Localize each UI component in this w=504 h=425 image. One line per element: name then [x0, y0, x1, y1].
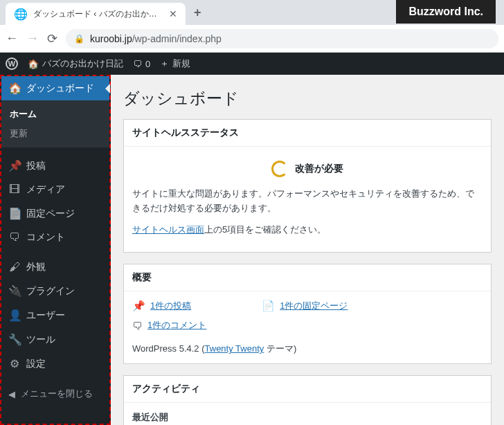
plugin-icon: 🔌 — [8, 284, 21, 298]
forward-button[interactable]: → — [26, 31, 39, 46]
site-name-menu[interactable]: 🏠 バズのお出かけ日記 — [28, 57, 123, 70]
status-spinner-icon — [271, 161, 288, 177]
panel-header: 概要 — [124, 264, 491, 291]
comment-icon: 🗨 — [132, 320, 143, 332]
new-label: 新規 — [172, 57, 190, 70]
health-check-line: サイトヘルス画面上の5項目をご確認ください。 — [132, 223, 483, 237]
wp-admin-bar: W 🏠 バズのお出かけ日記 🗨 0 ＋ 新規 — [0, 53, 504, 75]
sidebar-item-posts[interactable]: 📌 投稿 — [1, 154, 109, 178]
sidebar-item-label: 外観 — [26, 261, 46, 273]
summary-posts[interactable]: 📌 1件の投稿 — [132, 300, 191, 312]
back-button[interactable]: ← — [6, 31, 18, 46]
activity-section-title: 最近公開 — [132, 411, 483, 424]
panel-header: アクティビティ — [124, 376, 491, 403]
panel-site-health: サイトヘルスステータス 改善が必要 サイトに重大な問題があります。パフォーマンス… — [123, 119, 492, 253]
lock-icon: 🔒 — [74, 34, 84, 44]
sidebar-item-tools[interactable]: 🔧 ツール — [1, 327, 109, 352]
sidebar-item-comments[interactable]: 🗨 コメント — [1, 226, 109, 249]
admin-sidebar: 🏠 ダッシュボード ホーム 更新 📌 投稿 🎞 メディア 📄 固定ページ 🗨 コ… — [0, 75, 111, 425]
collapse-icon: ◀ — [8, 389, 15, 399]
sidebar-item-label: 固定ページ — [26, 208, 75, 220]
sidebar-item-label: メディア — [26, 183, 65, 196]
sidebar-item-plugins[interactable]: 🔌 プラグイン — [1, 279, 109, 303]
panel-header: サイトヘルスステータス — [124, 120, 491, 147]
page-title: ダッシュボード — [123, 82, 492, 119]
tab-title: ダッシュボード ‹ バズのお出かけ日記 – — [33, 8, 163, 20]
panel-activity: アクティビティ 最近公開 今日 11:38 午前 Hello world! — [123, 375, 492, 425]
close-icon[interactable]: ✕ — [169, 8, 177, 19]
sidebar-item-label: 設定 — [26, 358, 46, 370]
plus-icon: ＋ — [160, 57, 169, 70]
sidebar-item-label: ダッシュボード — [26, 82, 94, 95]
summary-comments-link[interactable]: 1件のコメント — [147, 319, 206, 332]
new-content-menu[interactable]: ＋ 新規 — [160, 57, 190, 70]
sidebar-subitem-home[interactable]: ホーム — [1, 105, 109, 124]
sidebar-collapse-button[interactable]: ◀ メニューを閉じる — [1, 382, 109, 406]
pin-icon: 📌 — [8, 159, 21, 172]
main-content: ダッシュボード サイトヘルスステータス 改善が必要 サイトに重大な問題があります… — [111, 75, 504, 425]
page-icon: 📄 — [262, 300, 275, 312]
browser-tab[interactable]: 🌐 ダッシュボード ‹ バズのお出かけ日記 – ✕ — [6, 3, 186, 25]
comment-icon: 🗨 — [8, 231, 21, 244]
media-icon: 🎞 — [8, 183, 21, 196]
sidebar-item-label: ユーザー — [26, 309, 65, 322]
sidebar-item-pages[interactable]: 📄 固定ページ — [1, 201, 109, 226]
comments-menu[interactable]: 🗨 0 — [133, 59, 150, 69]
reload-button[interactable]: ⟳ — [47, 31, 57, 46]
comment-icon: 🗨 — [133, 59, 142, 69]
summary-posts-link[interactable]: 1件の投稿 — [150, 300, 191, 312]
sidebar-item-appearance[interactable]: 🖌 外観 — [1, 255, 109, 279]
dashboard-icon: 🏠 — [8, 82, 21, 95]
wordpress-version: WordPress 5.4.2 (Twenty Twenty テーマ) — [132, 343, 483, 355]
status-label: 改善が必要 — [295, 163, 343, 175]
new-tab-button[interactable]: + — [194, 6, 201, 20]
globe-icon: 🌐 — [14, 8, 28, 21]
collapse-label: メニューを閉じる — [21, 388, 93, 400]
browser-tab-bar: 🌐 ダッシュボード ‹ バズのお出かけ日記 – ✕ + Buzzword Inc… — [0, 0, 504, 25]
site-health-status: 改善が必要 — [132, 155, 483, 187]
sidebar-item-label: プラグイン — [26, 285, 75, 298]
sidebar-item-dashboard[interactable]: 🏠 ダッシュボード — [1, 76, 109, 100]
url-text: kuroobi.jp/wp-admin/index.php — [90, 33, 222, 44]
sidebar-item-settings[interactable]: ⚙ 設定 — [1, 352, 109, 376]
address-bar[interactable]: 🔒 kuroobi.jp/wp-admin/index.php — [66, 29, 498, 48]
page-icon: 📄 — [8, 207, 21, 220]
wp-logo-menu[interactable]: W — [6, 57, 18, 70]
settings-icon: ⚙ — [8, 357, 21, 370]
theme-link[interactable]: Twenty Twenty — [205, 343, 264, 354]
user-icon: 👤 — [8, 309, 21, 322]
sidebar-item-label: 投稿 — [26, 160, 46, 172]
summary-pages-link[interactable]: 1件の固定ページ — [280, 300, 348, 312]
summary-comments[interactable]: 🗨 1件のコメント — [132, 319, 206, 332]
sidebar-item-media[interactable]: 🎞 メディア — [1, 178, 109, 201]
site-name-label: バズのお出かけ日記 — [42, 57, 123, 70]
health-description: サイトに重大な問題があります。パフォーマンスやセキュリティを改善するため、できる… — [132, 187, 483, 216]
sidebar-item-label: ツール — [26, 334, 55, 346]
wordpress-icon: W — [6, 57, 18, 70]
browser-toolbar: ← → ⟳ 🔒 kuroobi.jp/wp-admin/index.php — [0, 25, 504, 53]
pin-icon: 📌 — [132, 300, 145, 312]
sidebar-item-label: コメント — [26, 231, 65, 244]
comments-count: 0 — [145, 59, 150, 69]
brush-icon: 🖌 — [8, 261, 21, 273]
site-health-link[interactable]: サイトヘルス画面 — [132, 224, 204, 235]
brand-label: Buzzword Inc. — [396, 0, 496, 24]
panel-at-a-glance: 概要 📌 1件の投稿 🗨 1件のコメント — [123, 264, 492, 364]
sidebar-item-users[interactable]: 👤 ユーザー — [1, 303, 109, 327]
summary-pages[interactable]: 📄 1件の固定ページ — [262, 300, 348, 312]
wrench-icon: 🔧 — [8, 333, 21, 346]
sidebar-subitem-updates[interactable]: 更新 — [1, 124, 109, 143]
home-icon: 🏠 — [28, 59, 39, 69]
